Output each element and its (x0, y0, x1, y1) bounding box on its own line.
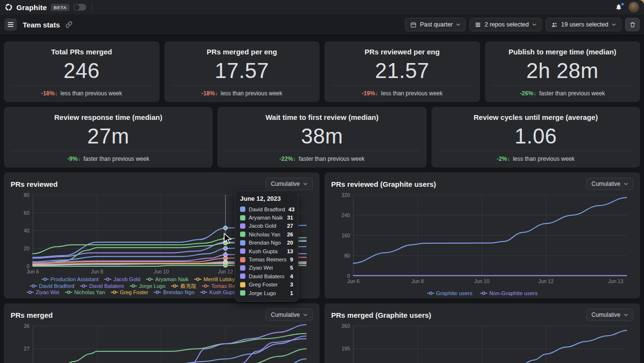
chart-title: PRs reviewed (Graphite users) (331, 180, 436, 188)
tooltip-row: Ziyao Wei 5 (240, 264, 293, 272)
svg-text:Jun 6: Jun 6 (347, 278, 360, 284)
menu-button[interactable] (4, 18, 17, 31)
svg-text:36: 36 (24, 323, 29, 329)
series-color-chip (240, 290, 245, 296)
legend-item[interactable]: Nicholas Yan (65, 289, 105, 296)
legend-item[interactable]: Non-Graphite users (480, 290, 537, 297)
legend-item[interactable]: Jacob Gold (104, 276, 140, 283)
legend-item[interactable]: Greg Foster (111, 289, 148, 296)
stat-card-review-cycles: Review cycles until merge (average) 1.06… (431, 107, 640, 168)
legend-marker-icon (427, 291, 434, 295)
chart-mode-select[interactable]: Cumulative (266, 309, 313, 321)
stat-title: Review cycles until merge (average) (474, 113, 598, 121)
chevron-down-icon (624, 313, 628, 316)
legend-item[interactable]: Brendan Ngo (154, 289, 194, 296)
stat-delta: -19%↓ less than previous week (331, 90, 473, 97)
legend-item[interactable]: Kush Gupta (200, 289, 237, 296)
svg-text:Jun 8: Jun 8 (411, 278, 424, 284)
stat-value: 21.57 (375, 56, 429, 85)
svg-text:Jun 10: Jun 10 (154, 269, 169, 274)
down-arrow-icon: ↓ (54, 90, 57, 97)
delete-dashboard-button[interactable] (625, 18, 640, 31)
share-link-icon[interactable] (66, 21, 72, 28)
svg-text:Jun 13: Jun 13 (608, 278, 624, 284)
chart-mode-select[interactable]: Cumulative (586, 309, 633, 321)
stat-value: 38m (301, 121, 343, 151)
svg-text:60: 60 (24, 210, 29, 216)
svg-text:320: 320 (341, 192, 350, 198)
tooltip-series-value: 26 (287, 232, 293, 237)
tooltip-series-name: Brendan Ngo (249, 240, 283, 246)
charts-row-1: PRs reviewed Cumulative 020406080Jun 6Ju… (4, 172, 640, 298)
stat-title: PRs reviewed per eng (364, 48, 440, 56)
stat-delta: -18%↓ less than previous week (171, 90, 313, 97)
calendar-icon (410, 22, 416, 28)
svg-text:Jun 12: Jun 12 (538, 278, 554, 284)
chevron-down-icon (456, 23, 460, 26)
tooltip-series-value: 20 (287, 240, 293, 246)
legend-item[interactable]: Graphite users (427, 290, 472, 297)
legend-item[interactable]: David Bradford (30, 283, 74, 289)
date-range-filter[interactable]: Past quarter (405, 18, 466, 31)
avatar[interactable] (629, 2, 639, 13)
svg-text:80: 80 (344, 253, 350, 259)
legend-item[interactable]: Ziyao Wei (27, 289, 59, 296)
stat-delta: -22%↓ faster than previous week (224, 156, 419, 162)
legend-marker-icon (202, 284, 209, 288)
line-chart-prs-merged[interactable]: 182736 (11, 323, 313, 363)
divider (11, 151, 206, 151)
tooltip-series-value: 1 (290, 290, 293, 296)
tooltip-series-name: Jorge Lugo (249, 290, 287, 296)
trash-icon (630, 21, 636, 28)
svg-text:Jun 12: Jun 12 (218, 269, 233, 274)
stat-card-prs-merged-per-eng: PRs merged per eng 17.57 -18%↓ less than… (164, 41, 320, 102)
chart-legend: Graphite users Non-Graphite users (324, 285, 640, 297)
repos-filter[interactable]: 2 repos selected (470, 18, 542, 31)
svg-text:240: 240 (341, 212, 350, 218)
down-arrow-icon: ↓ (293, 156, 296, 162)
divider (492, 85, 634, 86)
legend-marker-icon (194, 277, 201, 281)
users-icon (551, 22, 558, 28)
chart-tooltip: June 12, 2023 David Bradford 43 Aryaman … (235, 191, 298, 302)
line-chart-prs-reviewed-graphite[interactable]: 080160240320Jun 6Jun 8Jun 10Jun 12Jun 13 (331, 192, 633, 285)
tooltip-row: Greg Foster 3 (240, 281, 293, 289)
tooltip-row: Kush Gupta 13 (240, 247, 293, 255)
chart-title: PRs merged (11, 311, 53, 319)
stat-value: 27m (87, 121, 129, 151)
chevron-down-icon (624, 182, 628, 185)
svg-text:40: 40 (24, 228, 29, 233)
tooltip-series-name: David Bradford (249, 207, 285, 212)
chart-card-prs-merged: PRs merged Cumulative 182736 (4, 303, 320, 363)
legend-item[interactable]: David Balatero (80, 283, 124, 289)
legend-marker-icon (80, 284, 87, 288)
stat-value: 246 (64, 56, 100, 85)
legend-item[interactable]: Production Assistant (41, 276, 99, 283)
stat-card-total-prs-merged: Total PRs merged 246 -18%↓ less than pre… (4, 41, 160, 102)
legend-item[interactable]: 蔡兆龍 (171, 283, 196, 289)
chart-mode-select[interactable]: Cumulative (586, 178, 633, 190)
legend-item[interactable]: Aryaman Naik (146, 276, 188, 283)
repo-icon (475, 22, 481, 28)
legend-marker-icon (41, 277, 49, 281)
notifications-bell-icon[interactable] (615, 3, 623, 11)
series-color-chip (240, 207, 245, 212)
stat-delta: -9%↓ faster than previous week (11, 156, 206, 162)
chart-mode-select[interactable]: Cumulative (266, 178, 313, 190)
line-chart-prs-merged-graphite[interactable]: 195260 (331, 323, 633, 363)
beta-toggle[interactable] (73, 4, 86, 11)
stat-title: Publish to merge time (median) (509, 48, 616, 56)
legend-marker-icon (146, 277, 153, 281)
series-color-chip (240, 282, 245, 287)
dashboard-toolbar: Team stats Past quarter 2 repos selected… (0, 14, 644, 35)
legend-marker-icon (171, 284, 178, 288)
legend-item[interactable]: Merrill Lutsky (194, 276, 235, 283)
series-color-chip (240, 223, 245, 229)
legend-marker-icon (130, 284, 137, 288)
users-filter[interactable]: 19 users selected (546, 18, 621, 31)
svg-text:195: 195 (341, 346, 350, 351)
tooltip-series-value: 13 (287, 248, 293, 254)
legend-item[interactable]: Jorge Lugo (130, 283, 165, 289)
tooltip-row: Nicholas Yan 26 (240, 230, 293, 238)
beta-badge: BETA (51, 4, 69, 11)
